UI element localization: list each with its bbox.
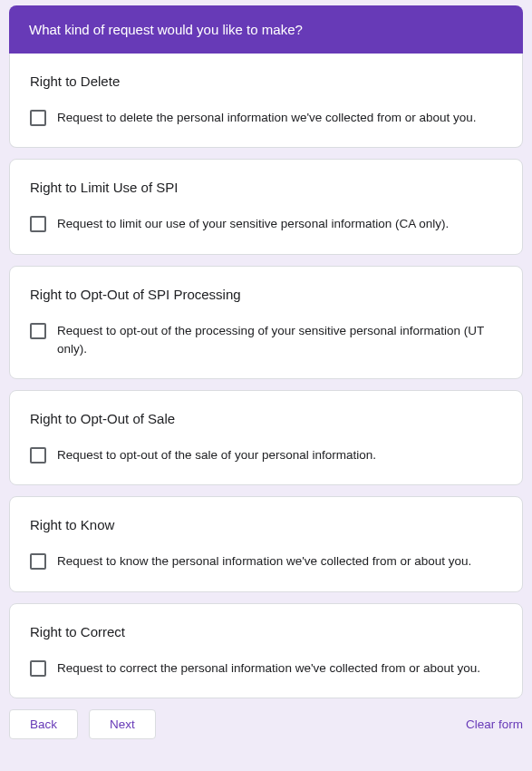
checkbox-label: Request to delete the personal informati…: [57, 109, 477, 127]
checkbox-label: Request to limit our use of your sensiti…: [57, 215, 449, 233]
button-group: Back Next: [9, 709, 156, 739]
checkbox-row[interactable]: Request to opt-out of the sale of your p…: [30, 446, 502, 464]
checkbox-row[interactable]: Request to opt-out of the processing of …: [30, 322, 502, 359]
clear-form-link[interactable]: Clear form: [466, 717, 523, 731]
checkbox-row[interactable]: Request to correct the personal informat…: [30, 659, 502, 678]
checkbox[interactable]: [30, 660, 46, 677]
question-card-know: Right to Know Request to know the person…: [9, 496, 523, 591]
checkbox-label: Request to correct the personal informat…: [57, 659, 480, 678]
checkbox-row[interactable]: Request to limit our use of your sensiti…: [30, 215, 502, 233]
checkbox-label: Request to opt-out of the sale of your p…: [57, 446, 376, 464]
checkbox[interactable]: [30, 323, 46, 339]
question-title: Right to Know: [30, 517, 502, 532]
checkbox-label: Request to know the personal information…: [57, 552, 471, 571]
question-title: Right to Opt-Out of SPI Processing: [30, 287, 502, 302]
back-button[interactable]: Back: [9, 709, 78, 739]
question-title: Right to Limit Use of SPI: [30, 180, 502, 195]
question-title: Right to Correct: [30, 624, 502, 639]
checkbox-row[interactable]: Request to delete the personal informati…: [30, 109, 502, 127]
checkbox[interactable]: [30, 553, 46, 570]
form-header: What kind of request would you like to m…: [9, 5, 523, 54]
checkbox[interactable]: [30, 216, 46, 232]
question-card-optout-sale: Right to Opt-Out of Sale Request to opt-…: [9, 390, 523, 485]
footer-row: Back Next Clear form: [9, 709, 523, 739]
checkbox-label: Request to opt-out of the processing of …: [57, 322, 502, 359]
checkbox[interactable]: [30, 447, 46, 464]
question-title: Right to Delete: [30, 73, 502, 89]
checkbox[interactable]: [30, 110, 46, 126]
next-button[interactable]: Next: [89, 709, 156, 739]
question-card-limit-spi: Right to Limit Use of SPI Request to lim…: [9, 159, 523, 254]
form-header-title: What kind of request would you like to m…: [29, 22, 303, 37]
checkbox-row[interactable]: Request to know the personal information…: [30, 552, 502, 571]
question-card-correct: Right to Correct Request to correct the …: [9, 603, 523, 698]
question-card-delete: Right to Delete Request to delete the pe…: [9, 54, 523, 148]
question-title: Right to Opt-Out of Sale: [30, 411, 502, 426]
question-card-optout-spi: Right to Opt-Out of SPI Processing Reque…: [9, 266, 523, 380]
